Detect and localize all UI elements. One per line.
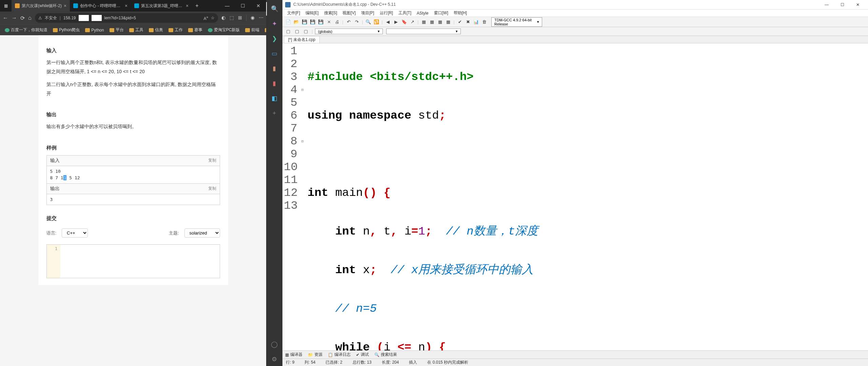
menu-window[interactable]: 窗口[W]	[432, 9, 450, 17]
account-icon[interactable]: ◯	[266, 338, 282, 351]
add-icon[interactable]: +	[266, 106, 282, 120]
bookmark-item[interactable]: 百度一下，你就知道	[3, 26, 50, 34]
compile-run-icon[interactable]: ▦	[436, 18, 444, 26]
menu-search[interactable]: 搜索[S]	[322, 9, 339, 17]
new-source-icon[interactable]: ▢	[284, 28, 292, 35]
toggle-icon[interactable]: ▢	[302, 28, 310, 35]
tag-icon[interactable]: ❯	[266, 32, 282, 45]
bookmark-icon[interactable]: 🔖	[400, 18, 408, 26]
member-select[interactable]: ▾	[386, 28, 461, 34]
insert-icon[interactable]: ▢	[293, 28, 301, 35]
tab-3[interactable]: 第五次课第3题_哔哩哔哩_bilibili ×	[131, 0, 192, 12]
minimize-button[interactable]: —	[219, 0, 235, 12]
close-icon[interactable]: ×	[64, 3, 66, 8]
ext-icon[interactable]: ◐	[221, 15, 225, 21]
tab-resources[interactable]: 📁 资源	[308, 352, 322, 358]
find-icon[interactable]: 🔍	[364, 18, 372, 26]
back-button[interactable]: ←	[3, 15, 8, 21]
print-icon[interactable]: 🖨	[333, 18, 341, 26]
open-icon[interactable]: 📂	[293, 18, 300, 26]
maximize-button[interactable]: ☐	[235, 0, 251, 12]
menu-file[interactable]: 文件[F]	[285, 9, 302, 17]
menu-tools[interactable]: 工具[T]	[396, 9, 413, 17]
tab-1[interactable]: 第六次课(while循环-2) ×	[12, 0, 70, 12]
stop-icon[interactable]: ✖	[464, 18, 472, 26]
save-as-icon[interactable]: 💾	[317, 18, 324, 26]
tab-compilelog[interactable]: 📋 编译日志	[328, 352, 351, 358]
sparkle-icon[interactable]: ✦	[266, 17, 282, 30]
save-icon[interactable]: 💾	[301, 18, 308, 26]
page-viewport[interactable]: 输入 第一行输入两个正整数n和t, 表示水罐的数量和贝塔的尾巴可以够到的最大深度…	[0, 35, 266, 366]
search-icon[interactable]: 🔍	[266, 2, 282, 16]
redo-icon[interactable]: ↷	[353, 18, 360, 26]
close-icon[interactable]: ×	[125, 3, 127, 8]
briefcase-icon[interactable]: ▭	[266, 47, 282, 60]
trash-icon[interactable]: 🗑	[480, 18, 488, 26]
url-input[interactable]: ⚠ 不安全 | 158.19 lem?id=13&pid=5 A» ☆	[35, 13, 218, 23]
code-area[interactable]: 12345678910111213 ⊟⊟ #include <bits/stdc…	[282, 43, 868, 350]
bookmark-folder[interactable]: Python	[83, 27, 106, 33]
editor-tab[interactable]: [*] 未命名1.cpp	[284, 36, 320, 43]
star-icon[interactable]: ☆	[211, 16, 215, 20]
forward-icon[interactable]: ▶	[392, 18, 400, 26]
bookmark-folder[interactable]: Python爬虫	[51, 26, 82, 34]
tab-debug[interactable]: ✔ 调试	[356, 352, 369, 358]
close-icon[interactable]: ×	[186, 3, 189, 8]
reload-button[interactable]: ⟳	[20, 15, 25, 21]
ext-icon[interactable]: ⬚	[230, 15, 234, 21]
goto-icon[interactable]: ↗	[409, 18, 416, 26]
copy-button[interactable]: 复制	[208, 158, 216, 164]
home-button[interactable]: ⌂	[28, 15, 32, 21]
tab-findresults[interactable]: 🔍 搜索结果	[374, 352, 397, 358]
close-button[interactable]: ✕	[850, 1, 865, 9]
new-file-icon[interactable]: 📄	[284, 18, 292, 26]
scope-select[interactable]: (globals)▾	[315, 28, 383, 34]
bookmark-folder[interactable]: 平台	[107, 26, 126, 34]
theme-select[interactable]: solarized	[184, 228, 220, 238]
bookmark-folder[interactable]: 工具	[127, 26, 145, 34]
menu-run[interactable]: 运行[R]	[378, 9, 395, 17]
language-select[interactable]: C++	[62, 228, 88, 238]
back-icon[interactable]: ◀	[384, 18, 392, 26]
code-editor[interactable]: 1	[46, 244, 220, 278]
module-icon[interactable]: ▮	[266, 77, 282, 90]
input-icon[interactable]: A»	[203, 15, 208, 21]
run-icon[interactable]: ▦	[428, 18, 436, 26]
rebuild-icon[interactable]: ▦	[445, 18, 452, 26]
menu-project[interactable]: 项目[P]	[359, 9, 376, 17]
ext-icon[interactable]: ⊞	[238, 15, 242, 21]
settings-icon[interactable]: ⚙	[266, 352, 282, 366]
minimize-button[interactable]: —	[819, 1, 834, 9]
compile-icon[interactable]: ▦	[420, 18, 428, 26]
forward-button[interactable]: →	[12, 15, 17, 21]
menu-astyle[interactable]: AStyle	[415, 10, 431, 16]
bookmark-folder[interactable]: 工作	[166, 26, 185, 34]
menu-view[interactable]: 视图[V]	[340, 9, 358, 17]
tabs-overview-icon[interactable]: ▦	[0, 3, 12, 8]
bookmark-folder[interactable]: 数据获取	[263, 26, 266, 34]
menu-icon[interactable]: ⋯	[259, 15, 263, 21]
copy-button[interactable]: 复制	[208, 186, 216, 192]
profile-icon[interactable]: 📊	[472, 18, 480, 26]
menu-help[interactable]: 帮助[H]	[452, 9, 469, 17]
maximize-button[interactable]: ☐	[835, 1, 850, 9]
replace-icon[interactable]: 🔁	[373, 18, 380, 26]
new-tab-button[interactable]: +	[192, 0, 202, 12]
bookmark-item[interactable]: 爱淘宝PC新版	[206, 26, 242, 34]
close-button[interactable]: ✕	[251, 0, 266, 12]
tab-2[interactable]: 创作中心 - 哔哩哔哩弹幕视频网 ×	[70, 0, 131, 12]
folder-icon	[188, 28, 193, 32]
debug-icon[interactable]: ✔	[456, 18, 463, 26]
bookmark-folder[interactable]: 信奥	[147, 26, 165, 34]
profile-icon[interactable]: ◉	[251, 15, 255, 21]
undo-icon[interactable]: ↶	[345, 18, 352, 26]
person-icon[interactable]: ▮	[266, 62, 282, 75]
close-file-icon[interactable]: ⨯	[325, 18, 333, 26]
save-all-icon[interactable]: 💾	[309, 18, 316, 26]
bookmark-folder[interactable]: 赛事	[186, 26, 204, 34]
box-icon[interactable]: ◧	[266, 92, 282, 105]
bookmark-folder[interactable]: 前端	[243, 26, 261, 34]
tab-compiler[interactable]: ▦ 编译器	[285, 352, 302, 358]
compiler-select[interactable]: TDM-GCC 4.9.2 64-bit Release▾	[491, 17, 542, 27]
menu-edit[interactable]: 编辑[E]	[303, 9, 321, 17]
